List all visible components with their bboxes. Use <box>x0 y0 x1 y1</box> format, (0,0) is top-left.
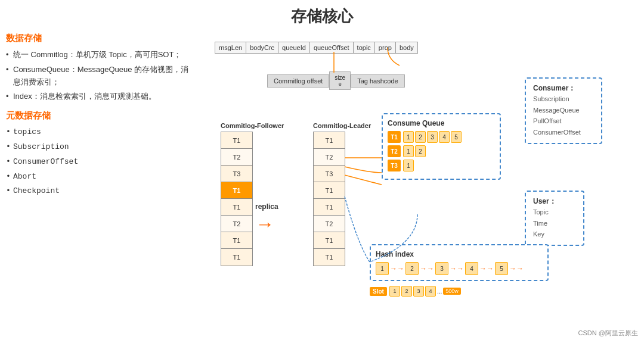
section2-item-topics: topics <box>6 125 191 140</box>
cq-row-t2: T2 1 2 <box>388 145 495 157</box>
commitlog-follower: Commitlog-Follower T1 T2 T3 T1 T1 T2 T1 … <box>221 122 284 266</box>
cq-t3-label: T3 <box>388 160 401 171</box>
commitlog-leader-table: T1 T2 T3 T1 T1 T2 T1 T1 <box>313 132 345 266</box>
hash-index-title: Hash index <box>376 250 543 258</box>
commitlog-leader-label: Commitlog-Leader <box>313 122 371 129</box>
user-item-key: Key <box>533 229 576 240</box>
consumer-item-consumeroffset: ConsumerOffset <box>533 127 594 138</box>
cl-f-row-7: T1 <box>221 249 252 266</box>
footer: CSDN @阿里云原生 <box>578 329 638 338</box>
msg-header-topic: topic <box>354 42 375 53</box>
cl-l-row-2: T3 <box>314 166 345 182</box>
section1-item-1: 统一 Commitlog：单机万级 Topic，高可用SOT； <box>6 48 191 63</box>
cl-l-row-5: T2 <box>314 216 345 232</box>
section1-title: 数据存储 <box>6 33 191 44</box>
user-item-time: Time <box>533 218 576 229</box>
slot-num-2: 2 <box>401 286 412 297</box>
user-item-topic: Topic <box>533 207 576 218</box>
commitlog-offset-row: Commitlog offset size e Tag hashcode <box>267 71 405 90</box>
slot-num-1: 1 <box>389 286 400 297</box>
cq-row-t1: T1 1 2 3 4 5 <box>388 131 495 143</box>
hi-arrow-4: →→ <box>479 264 494 273</box>
hash-index-chain: 1 →→ 2 →→ 3 →→ 4 →→ 5 →→ <box>376 262 543 275</box>
cq-t1-3: 3 <box>427 131 438 143</box>
consumer-title: Consumer： <box>533 83 594 93</box>
cl-f-row-3: T1 <box>221 182 252 199</box>
cq-t2-2: 2 <box>415 145 426 157</box>
hi-arrow-2: →→ <box>420 264 434 273</box>
msg-header-msglen: msgLen <box>215 42 246 53</box>
section1-list: 统一 Commitlog：单机万级 Topic，高可用SOT； ConsumeQ… <box>6 48 191 104</box>
consumer-item-pulloffset: PullOffset <box>533 116 594 127</box>
commitlog-leader: Commitlog-Leader T1 T2 T3 T1 T1 T2 T1 T1 <box>313 122 371 266</box>
section2-list: topics Subscription ConsumerOffset Abort… <box>6 125 191 199</box>
consumer-item-messagequeue: MessageQueue <box>533 105 594 116</box>
cq-t1-label: T1 <box>388 131 401 143</box>
msg-header-queueoffset: queueOffset <box>310 42 354 53</box>
left-panel: 数据存储 统一 Commitlog：单机万级 Topic，高可用SOT； Con… <box>6 33 191 205</box>
commitlog-size-label: size e <box>329 71 351 90</box>
commitlog-offset-label: Commitlog offset <box>267 74 329 88</box>
replica-area: replica → <box>255 202 278 235</box>
cq-t3-1: 1 <box>403 160 414 171</box>
hi-arrow-3: →→ <box>450 264 464 273</box>
consume-queue-box: Consume Queue T1 1 2 3 4 5 T2 1 2 T3 1 <box>382 113 501 180</box>
cq-t1-1: 1 <box>403 131 414 143</box>
consumer-box: Consumer： Subscription MessageQueue Pull… <box>525 77 602 144</box>
slot-500: 500w <box>443 288 461 295</box>
cq-t1-5: 5 <box>451 131 462 143</box>
hi-arrow-5: →→ <box>509 264 524 273</box>
hi-3: 3 <box>435 262 448 275</box>
cl-l-row-3: T1 <box>314 182 345 199</box>
hi-2: 2 <box>405 262 419 275</box>
replica-arrow-icon: → <box>255 213 278 235</box>
cl-l-row-4: T1 <box>314 199 345 216</box>
section1-item-2: ConsumeQueue：MessageQueue 的存储视图，消息消费索引； <box>6 63 191 90</box>
msg-header-prop: prop <box>375 42 396 53</box>
slot-label: Slot <box>370 287 387 296</box>
cl-l-row-6: T1 <box>314 232 345 249</box>
commitlog-follower-label: Commitlog-Follower <box>221 122 284 129</box>
slot-num-3: 3 <box>413 286 424 297</box>
user-title: User： <box>533 196 576 207</box>
slot-row: Slot 1 2 3 4 ... 500w <box>370 286 461 297</box>
section2-item-abort: Abort <box>6 170 191 185</box>
diagram-area: msgLen bodyCrc queueId queueOffset topic… <box>203 30 638 333</box>
cl-f-row-2: T3 <box>221 166 252 182</box>
page-container: 存储核心 数据存储 统一 Commitlog：单机万级 Topic，高可用SOT… <box>0 0 644 340</box>
cq-t1-2: 2 <box>415 131 426 143</box>
cl-l-row-7: T1 <box>314 249 345 266</box>
commitlog-follower-table: T1 T2 T3 T1 T1 T2 T1 T1 <box>221 132 253 266</box>
replica-label: replica <box>255 202 278 211</box>
msg-header: msgLen bodyCrc queueId queueOffset topic… <box>215 42 418 54</box>
hi-4: 4 <box>465 262 478 275</box>
hi-5: 5 <box>495 262 508 275</box>
commitlog-tag-label: Tag hashcode <box>351 74 405 88</box>
hash-index-box: Hash index 1 →→ 2 →→ 3 →→ 4 →→ 5 →→ <box>370 244 549 281</box>
slot-num-4: 4 <box>425 286 436 297</box>
msg-header-queueid: queueId <box>278 42 310 53</box>
hi-arrow-1: →→ <box>390 264 404 273</box>
cl-f-row-5: T2 <box>221 216 252 232</box>
cq-t2-label: T2 <box>388 145 401 157</box>
hi-1: 1 <box>376 262 389 275</box>
section2-item-checkpoint: Checkpoint <box>6 184 191 199</box>
cq-row-t3: T3 1 <box>388 160 495 171</box>
cl-f-row-6: T1 <box>221 232 252 249</box>
consume-queue-title: Consume Queue <box>388 119 495 127</box>
cq-t2-1: 1 <box>403 145 414 157</box>
consumer-item-subscription: Subscription <box>533 93 594 105</box>
section1-item-3: Index：消息检索索引，消息可观测基础。 <box>6 89 191 104</box>
slot-dot: ... <box>437 288 442 295</box>
cl-l-row-0: T1 <box>314 132 345 149</box>
msg-header-bodycrc: bodyCrc <box>246 42 278 53</box>
cq-t1-4: 4 <box>439 131 450 143</box>
section2-title: 元数据存储 <box>6 110 191 121</box>
section2-item-consumeroffset: ConsumerOffset <box>6 155 191 170</box>
cl-f-row-1: T2 <box>221 149 252 166</box>
cl-l-row-1: T2 <box>314 149 345 166</box>
page-title: 存储核心 <box>0 0 644 27</box>
cl-f-row-0: T1 <box>221 132 252 149</box>
msg-header-body: body <box>396 42 417 53</box>
section2-item-subscription: Subscription <box>6 140 191 155</box>
